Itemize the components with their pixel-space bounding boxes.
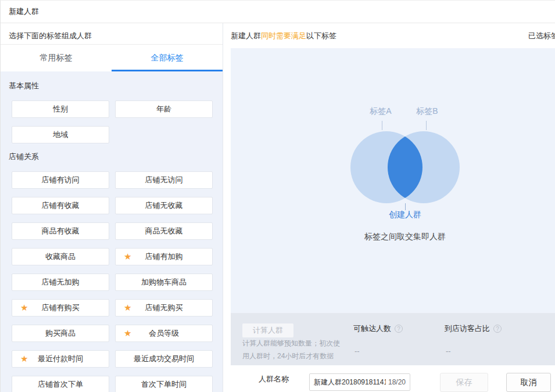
tab-common-tags[interactable]: 常用标签 (1, 45, 112, 71)
tag-button[interactable]: ★店铺无购买 (115, 299, 213, 317)
tag-label: 最近付款时间 (38, 354, 83, 364)
section-title: 店铺关系 (9, 152, 223, 162)
tag-button[interactable]: 年龄 (115, 100, 213, 118)
tag-label: 店铺无收藏 (145, 200, 183, 211)
char-counter: 18/20 (388, 378, 406, 386)
venn-diagram (350, 131, 460, 203)
tag-button[interactable]: 首次下单时间 (115, 376, 213, 392)
venn-label-b: 标签B (416, 106, 438, 117)
header-prefix: 新建人群 (231, 31, 261, 40)
star-icon: ★ (124, 300, 131, 316)
calc-note-line1: 计算人群能够预知数量；初次使 (242, 339, 340, 348)
tag-picker-subtitle: 选择下面的标签组成人群 (1, 23, 223, 44)
tab-all-tags[interactable]: 全部标签 (112, 45, 223, 71)
venn-caption: 标签之间取交集即人群 (364, 232, 446, 242)
dialog-titlebar: 新建人群 (1, 1, 555, 23)
footer-row: 人群名称 18/20 保存 取消 (231, 365, 555, 392)
tag-label: 首次下单时间 (141, 379, 187, 390)
tag-button[interactable]: 地域 (12, 126, 109, 143)
create-audience-dialog: 新建人群 选择下面的标签组成人群 常用标签 全部标签 基本属性性别年龄地域店铺关… (0, 0, 555, 392)
tag-button[interactable]: ★店铺有购买 (12, 299, 109, 317)
dialog-body: 选择下面的标签组成人群 常用标签 全部标签 基本属性性别年龄地域店铺关系店铺有访… (1, 23, 555, 392)
tag-label: 店铺首次下单 (38, 379, 83, 390)
audience-preview-panel: 新建人群同时需要满足以下标签 已选标签 标签A 标签B 创建人群 (223, 23, 555, 392)
tag-button[interactable]: 店铺有收藏 (12, 197, 109, 214)
metric-visitor-ratio-label: 到店访客占比 ? (445, 323, 502, 334)
tag-label: 店铺有购买 (42, 303, 80, 313)
question-mark-icon[interactable]: ? (395, 325, 403, 333)
calculate-audience-button[interactable]: 计算人群 (242, 323, 293, 337)
venn-area: 标签A 标签B 创建人群 标签之间取交集即人群 (231, 48, 555, 313)
star-icon: ★ (124, 325, 131, 341)
tag-button[interactable]: 店铺无访问 (115, 171, 213, 189)
metric-label-text: 到店访客占比 (445, 323, 490, 334)
tag-label: 店铺有加购 (145, 251, 183, 262)
tag-button[interactable]: 店铺有访问 (12, 171, 109, 189)
tag-grid: 性别年龄地域 (12, 100, 223, 143)
tag-grid: 店铺有访问店铺无访问店铺有收藏店铺无收藏商品有收藏商品无收藏收藏商品★店铺有加购… (12, 171, 223, 392)
tag-button[interactable]: ★最近付款时间 (12, 350, 109, 368)
metric-reachable-value: -- (355, 347, 360, 355)
connector-line-b (426, 121, 427, 130)
tag-label: 店铺有访问 (42, 175, 80, 185)
tag-label: 店铺无购买 (145, 303, 183, 313)
header-highlight: 同时需要满足 (261, 31, 306, 40)
tag-button[interactable]: 性别 (12, 100, 109, 118)
tag-label: 购买商品 (45, 328, 76, 339)
audience-name-label: 人群名称 (259, 374, 289, 384)
stats-band: 计算人群 计算人群能够预知数量；初次使 用人群时，24小时后才有数据 可触达人数… (231, 313, 555, 365)
tag-label: 收藏商品 (45, 251, 76, 262)
venn-label-a: 标签A (370, 106, 391, 117)
tag-label: 加购物车商品 (141, 277, 187, 287)
tag-label: 店铺有收藏 (42, 200, 80, 211)
preview-header: 新建人群同时需要满足以下标签 已选标签 (231, 23, 555, 48)
tag-label: 商品有收藏 (42, 226, 80, 236)
tag-label: 会员等级 (149, 328, 179, 339)
tag-button[interactable]: 商品有收藏 (12, 222, 109, 240)
save-button[interactable]: 保存 (440, 373, 488, 392)
question-mark-icon[interactable]: ? (493, 325, 502, 333)
venn-result-label: 创建人群 (389, 210, 421, 220)
cancel-button[interactable]: 取消 (506, 373, 551, 392)
dialog-title: 新建人群 (9, 6, 39, 17)
calc-note-line2: 用人群时，24小时后才有数据 (242, 351, 334, 361)
tag-button[interactable]: 最近成功交易时间 (115, 350, 213, 368)
tag-label: 店铺无访问 (145, 175, 183, 185)
tag-button[interactable]: 店铺首次下单 (12, 376, 109, 392)
tag-picker-panel: 选择下面的标签组成人群 常用标签 全部标签 基本属性性别年龄地域店铺关系店铺有访… (1, 23, 223, 392)
tag-label: 商品无收藏 (145, 226, 183, 236)
tag-tabs: 常用标签 全部标签 (1, 44, 223, 71)
connector-line-a (382, 121, 382, 130)
metric-label-text: 可触达人数 (353, 323, 391, 334)
section-title: 基本属性 (9, 81, 223, 91)
audience-name-field: 18/20 (309, 373, 410, 391)
selected-tags-label: 已选标签 (528, 31, 555, 41)
header-suffix: 以下标签 (306, 31, 336, 40)
star-icon: ★ (20, 300, 28, 316)
tag-button[interactable]: 加购物车商品 (115, 274, 213, 291)
tag-button[interactable]: 收藏商品 (12, 248, 109, 265)
tag-button[interactable]: ★店铺有加购 (115, 248, 213, 265)
star-icon: ★ (124, 249, 131, 265)
tag-button[interactable]: 店铺无加购 (12, 274, 109, 291)
tag-label: 店铺无加购 (42, 277, 80, 287)
tag-button[interactable]: 店铺无收藏 (115, 197, 213, 214)
tag-label: 最近成功交易时间 (134, 354, 194, 364)
star-icon: ★ (20, 351, 28, 367)
tag-label: 性别 (53, 104, 68, 114)
tag-button[interactable]: 商品无收藏 (115, 222, 213, 240)
metric-reachable-label: 可触达人数 ? (353, 323, 403, 334)
tag-button[interactable]: 购买商品 (12, 325, 109, 342)
tag-area: 基本属性性别年龄地域店铺关系店铺有访问店铺无访问店铺有收藏店铺无收藏商品有收藏商… (1, 71, 223, 392)
tag-button[interactable]: ★会员等级 (115, 325, 213, 342)
audience-name-input[interactable] (314, 378, 386, 386)
tag-label: 年龄 (156, 104, 171, 114)
tag-label: 地域 (53, 130, 68, 140)
metric-visitor-ratio-value: -- (446, 347, 451, 355)
